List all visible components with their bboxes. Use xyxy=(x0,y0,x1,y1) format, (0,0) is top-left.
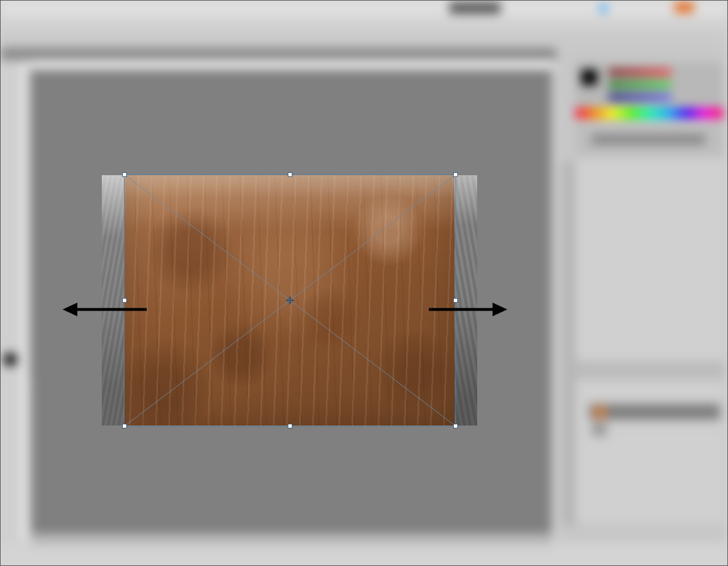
transform-handle-middle-right[interactable] xyxy=(453,298,458,303)
image-region-left-desaturated xyxy=(102,175,125,425)
image-region-right-desaturated xyxy=(454,175,477,425)
menu-bar[interactable] xyxy=(0,0,728,17)
color-slider-r[interactable] xyxy=(609,69,671,75)
transform-handle-middle-left[interactable] xyxy=(122,298,127,303)
cs-live-icon[interactable] xyxy=(599,5,607,13)
transform-handle-bottom-middle[interactable] xyxy=(288,424,292,428)
layers-panel-header[interactable] xyxy=(576,361,723,380)
status-bar xyxy=(31,534,552,545)
workspace-switcher[interactable] xyxy=(449,2,500,14)
layer-thumbnail-1[interactable] xyxy=(593,405,607,420)
foreground-color-swatch[interactable] xyxy=(3,353,17,366)
tools-panel[interactable] xyxy=(0,48,20,543)
swatches-row[interactable] xyxy=(592,134,705,144)
document-tab-bar[interactable] xyxy=(0,48,557,60)
layer-row-background[interactable] xyxy=(589,422,720,436)
ruler-vertical[interactable] xyxy=(20,60,28,538)
layer-thumbnail-2[interactable] xyxy=(593,423,606,436)
color-slider-b[interactable] xyxy=(609,94,671,100)
color-panel-foreground[interactable] xyxy=(581,69,597,85)
transform-handle-top-middle[interactable] xyxy=(288,172,292,177)
options-bar[interactable] xyxy=(0,31,728,48)
ruler-horizontal[interactable] xyxy=(31,60,552,69)
transform-handle-top-left[interactable] xyxy=(122,172,127,177)
layer-row-selected[interactable] xyxy=(589,404,720,420)
color-spectrum-ramp[interactable] xyxy=(576,108,723,118)
adjustments-panel[interactable] xyxy=(576,159,723,523)
transform-handle-bottom-right[interactable] xyxy=(453,424,458,428)
window-close-button[interactable] xyxy=(675,2,694,13)
transform-handle-bottom-left[interactable] xyxy=(122,424,127,428)
secondary-menu[interactable] xyxy=(0,17,728,31)
color-slider-g[interactable] xyxy=(609,82,671,88)
free-transform-bounding-box[interactable] xyxy=(124,174,456,427)
transform-handle-top-right[interactable] xyxy=(453,172,458,177)
transform-center-pivot[interactable] xyxy=(286,296,294,304)
